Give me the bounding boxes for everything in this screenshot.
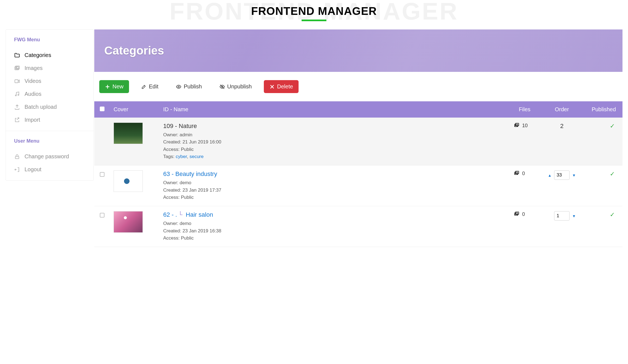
- published-check-icon[interactable]: ✓: [610, 170, 615, 177]
- row-title-prefix: 62 - .: [163, 211, 177, 218]
- tag-link[interactable]: secure: [189, 154, 203, 159]
- edit-icon: [141, 84, 147, 89]
- sidebar-user-heading: User Menu: [14, 138, 85, 144]
- row-title[interactable]: 62 - .└ Hair salon: [163, 211, 506, 218]
- table-row: 62 - .└ Hair salonOwner: demoCreated: 23…: [94, 206, 622, 247]
- svg-point-2: [16, 67, 17, 67]
- eye-icon: [176, 84, 181, 89]
- row-order-cell: ▾: [540, 206, 584, 247]
- cover-thumbnail[interactable]: [114, 170, 143, 192]
- order-value: 2: [560, 123, 563, 129]
- svg-point-5: [18, 94, 19, 95]
- eye-off-icon: [219, 84, 225, 89]
- row-select-cell: [94, 206, 110, 247]
- sidebar-item-categories[interactable]: Categories: [14, 49, 85, 62]
- row-name-cell: 62 - .└ Hair salonOwner: demoCreated: 23…: [159, 206, 509, 247]
- sidebar-item-label: Videos: [25, 78, 41, 84]
- select-all-checkbox[interactable]: [100, 107, 104, 111]
- button-label: Edit: [149, 83, 158, 90]
- row-cover-cell: [110, 118, 159, 165]
- import-icon: [14, 117, 20, 123]
- row-published-cell: ✓: [584, 165, 622, 206]
- row-meta: Owner: demoCreated: 23 Jan 2019 16:38Acc…: [163, 220, 506, 242]
- order-input[interactable]: [554, 211, 570, 221]
- row-files-cell: 10: [509, 118, 540, 165]
- lock-icon: [14, 154, 20, 160]
- row-published-cell: ✓: [584, 206, 622, 247]
- page-title-underline: [302, 20, 326, 21]
- sidebar-item-import[interactable]: Import: [14, 113, 85, 126]
- row-files-cell: 0: [509, 165, 540, 206]
- sidebar-item-label: Batch upload: [25, 104, 57, 110]
- tag-link[interactable]: cyber: [176, 154, 187, 159]
- row-tags: Tags: cyber, secure: [163, 153, 506, 160]
- plus-icon: [105, 84, 110, 89]
- folder-icon: [14, 52, 20, 58]
- sidebar-item-audios[interactable]: Audios: [14, 88, 85, 100]
- row-cover-cell: [110, 206, 159, 247]
- svg-rect-6: [15, 156, 19, 159]
- table-header-files: Files: [509, 101, 540, 118]
- cover-thumbnail[interactable]: [114, 123, 143, 144]
- hero-title: Categories: [104, 44, 164, 57]
- sidebar-item-label: Categories: [25, 52, 51, 58]
- table-header-cover: Cover: [110, 101, 159, 118]
- row-title-suffix: Hair salon: [186, 211, 213, 218]
- sidebar-fwg-section: FWG Menu Categories Images Videos: [6, 30, 93, 131]
- page-header: FRONTEND MANAGER FRONTEND MANAGER: [0, 0, 628, 29]
- order-up[interactable]: ▴: [548, 173, 552, 178]
- row-title: 109 - Nature: [163, 123, 506, 130]
- delete-button[interactable]: Delete: [264, 80, 299, 93]
- sidebar-fwg-heading: FWG Menu: [14, 37, 85, 43]
- close-icon: [269, 84, 275, 89]
- row-files-cell: 0: [509, 206, 540, 247]
- indent-icon: └: [178, 211, 184, 218]
- edit-button[interactable]: Edit: [136, 80, 164, 93]
- order-down[interactable]: ▾: [572, 173, 576, 178]
- main-content: Categories New Edit Publish: [94, 29, 622, 247]
- order-editor: ▾: [548, 211, 576, 221]
- published-check-icon[interactable]: ✓: [610, 211, 615, 218]
- sidebar-item-logout[interactable]: Logout: [14, 163, 85, 176]
- order-input[interactable]: [554, 170, 570, 180]
- row-select-cell: [94, 118, 110, 165]
- hero-banner: Categories: [94, 29, 622, 72]
- sidebar-item-videos[interactable]: Videos: [14, 75, 85, 88]
- table-header-idname: ID - Name: [159, 101, 509, 118]
- images-icon: [14, 65, 20, 71]
- svg-rect-3: [15, 80, 18, 83]
- published-check-icon[interactable]: ✓: [610, 123, 615, 129]
- publish-button[interactable]: Publish: [170, 80, 207, 93]
- button-label: New: [112, 83, 124, 90]
- table-row: 109 - NatureOwner: adminCreated: 21 Jun …: [94, 118, 622, 165]
- table-header-select: [94, 101, 110, 118]
- row-order-cell: ▴▾: [540, 165, 584, 206]
- sidebar-item-batch-upload[interactable]: Batch upload: [14, 100, 85, 113]
- row-meta: Owner: demoCreated: 23 Jan 2019 17:37Acc…: [163, 179, 506, 201]
- svg-point-4: [15, 95, 17, 96]
- svg-point-7: [178, 86, 179, 87]
- row-checkbox[interactable]: [100, 213, 104, 218]
- new-button[interactable]: New: [99, 80, 129, 93]
- row-name-cell: 63 - Beauty industryOwner: demoCreated: …: [159, 165, 509, 206]
- order-editor: ▴▾: [548, 170, 576, 180]
- table-row: 63 - Beauty industryOwner: demoCreated: …: [94, 165, 622, 206]
- row-title[interactable]: 63 - Beauty industry: [163, 170, 506, 178]
- row-name-cell: 109 - NatureOwner: adminCreated: 21 Jun …: [159, 118, 509, 165]
- row-order-cell: 2: [540, 118, 584, 165]
- sidebar-item-label: Change password: [25, 153, 69, 160]
- sidebar-item-images[interactable]: Images: [14, 62, 85, 75]
- sidebar-item-change-password[interactable]: Change password: [14, 150, 85, 163]
- toolbar: New Edit Publish Unpublish: [94, 72, 622, 101]
- row-checkbox[interactable]: [100, 172, 104, 177]
- row-select-cell: [94, 165, 110, 206]
- sidebar-item-label: Images: [25, 65, 43, 71]
- cover-thumbnail[interactable]: [114, 211, 143, 233]
- files-count: 0: [522, 171, 525, 176]
- logout-icon: [14, 167, 20, 173]
- order-down[interactable]: ▾: [572, 213, 576, 219]
- row-cover-cell: [110, 165, 159, 206]
- page-title: FRONTEND MANAGER: [0, 5, 628, 17]
- video-icon: [14, 78, 20, 84]
- unpublish-button[interactable]: Unpublish: [214, 80, 257, 93]
